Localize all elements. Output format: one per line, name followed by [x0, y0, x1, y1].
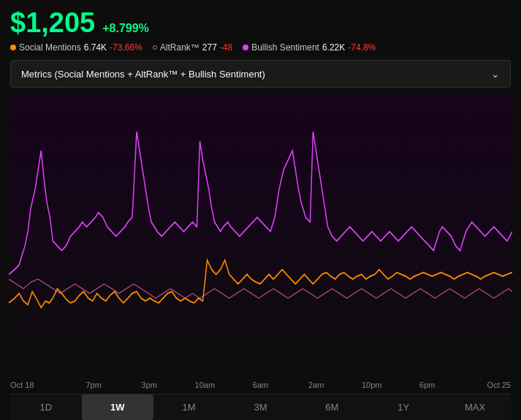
bullish-metric: Bullish Sentiment 6.22K -74.8%	[243, 42, 376, 53]
period-6m[interactable]: 6M	[296, 394, 368, 420]
period-1d[interactable]: 1D	[10, 394, 82, 420]
bullish-change: -74.8%	[348, 42, 376, 53]
altrank-metric: AltRank™ 277 -48	[153, 42, 232, 53]
metrics-dropdown[interactable]: Metrics (Social Mentions + AltRank™ + Bu…	[10, 60, 511, 88]
social-mentions-dot	[10, 45, 16, 50]
social-mentions-metric: Social Mentions 6.74K -73.66%	[10, 42, 142, 53]
time-label-10pm: 10pm	[344, 381, 400, 389]
altrank-change: -48	[220, 42, 232, 53]
social-mentions-label: Social Mentions	[19, 42, 81, 53]
price-value: $1,205	[10, 9, 95, 37]
period-3m[interactable]: 3M	[225, 394, 297, 420]
svg-rect-0	[9, 93, 512, 379]
metrics-row: Social Mentions 6.74K -73.66% AltRank™ 2…	[10, 42, 511, 53]
price-row: $1,205 +8.799%	[10, 9, 511, 37]
period-1w[interactable]: 1W	[82, 394, 153, 420]
time-labels: Oct 18 7pm 3pm 10am 6am 2am 10pm 6pm Oct…	[10, 379, 511, 394]
time-label-6pm: 6pm	[400, 381, 455, 389]
chart-area	[9, 93, 512, 379]
chart-svg	[9, 93, 512, 379]
dropdown-label: Metrics (Social Mentions + AltRank™ + Bu…	[21, 69, 265, 80]
chevron-down-icon: ⌄	[491, 68, 500, 80]
social-mentions-change: -73.66%	[110, 42, 142, 53]
bullish-value: 6.22K	[322, 42, 345, 53]
social-mentions-value: 6.74K	[84, 42, 107, 53]
time-label-2am: 2am	[289, 381, 344, 389]
altrank-dot	[153, 45, 157, 50]
period-row: 1D 1W 1M 3M 6M 1Y MAX	[10, 394, 511, 420]
altrank-label: AltRank™	[160, 42, 199, 53]
bullish-label: Bullish Sentiment	[251, 42, 319, 53]
period-1m[interactable]: 1M	[153, 394, 225, 420]
time-label-oct18: Oct 18	[10, 381, 66, 389]
time-label-10am: 10am	[177, 381, 232, 389]
period-max[interactable]: MAX	[439, 394, 511, 420]
price-change: +8.799%	[102, 22, 149, 35]
bullish-dot	[243, 45, 248, 50]
time-label-3pm: 3pm	[121, 381, 177, 389]
period-1y[interactable]: 1Y	[368, 394, 439, 420]
altrank-value: 277	[202, 42, 217, 53]
time-label-7pm: 7pm	[66, 381, 121, 389]
time-label-6am: 6am	[232, 381, 288, 389]
time-label-oct25: Oct 25	[455, 381, 511, 389]
